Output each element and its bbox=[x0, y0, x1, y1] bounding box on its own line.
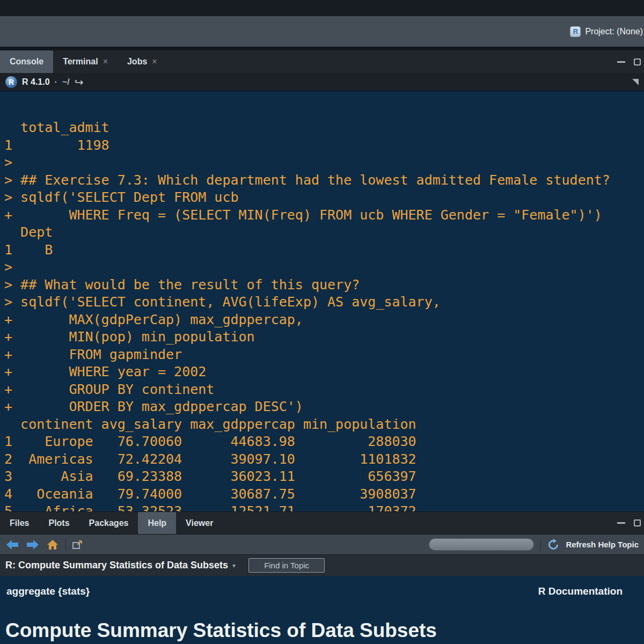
rstudio-window: R Project: (None) Console Terminal × Job… bbox=[0, 0, 644, 644]
tab-packages-label: Packages bbox=[89, 518, 129, 528]
console-line: 1 Europe 76.70060 44683.98 288030 bbox=[4, 433, 644, 451]
console-line: > ## Exercise 7.3: Which department had … bbox=[4, 172, 644, 189]
help-toolbar: Refresh Help Topic bbox=[0, 534, 644, 554]
console-line: 2 Americas 72.42204 39097.10 1101832 bbox=[4, 451, 644, 469]
console-line: + FROM gapminder bbox=[4, 346, 644, 364]
console-line: + WHERE year = 2002 bbox=[4, 363, 644, 381]
show-in-new-window-button[interactable] bbox=[72, 540, 83, 550]
help-tabbar: Files Plots Packages Help Viewer bbox=[0, 511, 644, 534]
toolbar-separator bbox=[65, 539, 66, 551]
main-menubar: R Project: (None) bbox=[0, 16, 644, 47]
console-line: continent avg_salary max_gdppercap min_p… bbox=[4, 416, 644, 434]
forward-button[interactable] bbox=[26, 539, 40, 551]
console-line: + ORDER BY max_gdppercap DESC') bbox=[4, 398, 644, 416]
tab-viewer-label: Viewer bbox=[186, 518, 213, 528]
project-selector[interactable]: Project: (None) bbox=[585, 27, 643, 36]
r-logo-icon: R bbox=[5, 76, 17, 88]
tab-help-label: Help bbox=[148, 518, 166, 528]
separator-dot: · bbox=[55, 77, 57, 87]
find-in-topic-button[interactable]: Find in Topic bbox=[248, 558, 325, 573]
help-content: aggregate {stats} R Documentation Comput… bbox=[0, 576, 644, 644]
console-line: 3 Asia 69.23388 36023.11 656397 bbox=[4, 468, 644, 486]
console-pane-controls bbox=[617, 50, 644, 73]
console-line: > bbox=[4, 259, 644, 276]
console-output[interactable]: total_admit1 1198>> ## Exercise 7.3: Whi… bbox=[0, 91, 644, 511]
home-button[interactable] bbox=[46, 539, 59, 551]
tab-plots[interactable]: Plots bbox=[39, 512, 79, 534]
console-header: R R 4.1.0 · ~/ ↪ bbox=[0, 73, 644, 91]
tab-jobs-label: Jobs bbox=[127, 57, 147, 67]
console-line: > bbox=[4, 154, 644, 172]
tab-viewer[interactable]: Viewer bbox=[176, 512, 223, 534]
refresh-icon[interactable] bbox=[547, 539, 559, 551]
tab-terminal[interactable]: Terminal × bbox=[53, 50, 118, 73]
console-line: 5 Africa 53.32523 12521.71 170372 bbox=[4, 503, 644, 511]
console-line: + MAX(gdpPerCap) max_gdppercap, bbox=[4, 311, 644, 329]
doc-source-label: R Documentation bbox=[538, 586, 638, 597]
maximize-pane-icon[interactable] bbox=[634, 58, 641, 65]
doc-header-row: aggregate {stats} R Documentation bbox=[5, 586, 639, 597]
refresh-help-topic-button[interactable]: Refresh Help Topic bbox=[566, 540, 639, 549]
tab-files[interactable]: Files bbox=[0, 512, 39, 534]
chevron-down-icon[interactable]: ▾ bbox=[232, 562, 236, 569]
back-button[interactable] bbox=[5, 539, 19, 551]
toolbar-separator bbox=[540, 539, 541, 551]
working-directory-label[interactable]: ~/ bbox=[62, 77, 70, 87]
console-output-lines: total_admit1 1198>> ## Exercise 7.3: Whi… bbox=[4, 119, 644, 511]
help-search-box[interactable] bbox=[429, 538, 534, 551]
tab-packages[interactable]: Packages bbox=[79, 512, 138, 534]
help-topic-title: R: Compute Summary Statistics of Data Su… bbox=[5, 560, 228, 571]
console-line: + GROUP BY continent bbox=[4, 381, 644, 399]
console-line: 4 Oceania 79.74000 30687.75 3908037 bbox=[4, 486, 644, 503]
minimize-pane-icon[interactable] bbox=[617, 522, 625, 524]
console-tabbar: Console Terminal × Jobs × bbox=[0, 50, 644, 73]
tab-files-label: Files bbox=[10, 518, 29, 528]
help-pane-controls bbox=[617, 512, 644, 534]
console-line: total_admit bbox=[4, 119, 644, 137]
maximize-console-icon[interactable] bbox=[632, 79, 639, 85]
console-line: Dept bbox=[4, 224, 644, 241]
help-topic-bar: R: Compute Summary Statistics of Data Su… bbox=[0, 554, 644, 576]
tab-console-label: Console bbox=[10, 57, 43, 67]
console-line: 1 1198 bbox=[4, 137, 644, 155]
window-titlebar bbox=[0, 0, 644, 16]
goto-directory-arrow-icon[interactable]: ↪ bbox=[75, 77, 84, 87]
r-version-label: R 4.1.0 bbox=[22, 77, 50, 87]
console-line: > sqldf('SELECT Dept FROM ucb bbox=[4, 189, 644, 207]
doc-package-ref: aggregate {stats} bbox=[6, 586, 90, 597]
doc-title: Compute Summary Statistics of Data Subse… bbox=[5, 619, 639, 642]
help-search-input[interactable] bbox=[437, 540, 534, 549]
console-line: > sqldf('SELECT continent, AVG(lifeExp) … bbox=[4, 294, 644, 311]
tab-help[interactable]: Help bbox=[138, 512, 176, 534]
tab-terminal-label: Terminal bbox=[63, 57, 98, 67]
console-line: + WHERE Freq = (SELECT MIN(Freq) FROM uc… bbox=[4, 207, 644, 224]
tab-plots-label: Plots bbox=[48, 518, 69, 528]
tab-console[interactable]: Console bbox=[0, 50, 53, 73]
close-icon[interactable]: × bbox=[103, 57, 108, 67]
console-line: > ## What would be the result of this qu… bbox=[4, 276, 644, 294]
close-icon[interactable]: × bbox=[152, 57, 157, 67]
console-line: 1 B bbox=[4, 241, 644, 259]
pane-divider bbox=[0, 47, 644, 50]
minimize-pane-icon[interactable] bbox=[617, 61, 625, 63]
tab-jobs[interactable]: Jobs × bbox=[118, 50, 167, 73]
maximize-pane-icon[interactable] bbox=[634, 519, 641, 526]
project-icon: R bbox=[570, 26, 581, 37]
console-line: + MIN(pop) min_population bbox=[4, 328, 644, 346]
